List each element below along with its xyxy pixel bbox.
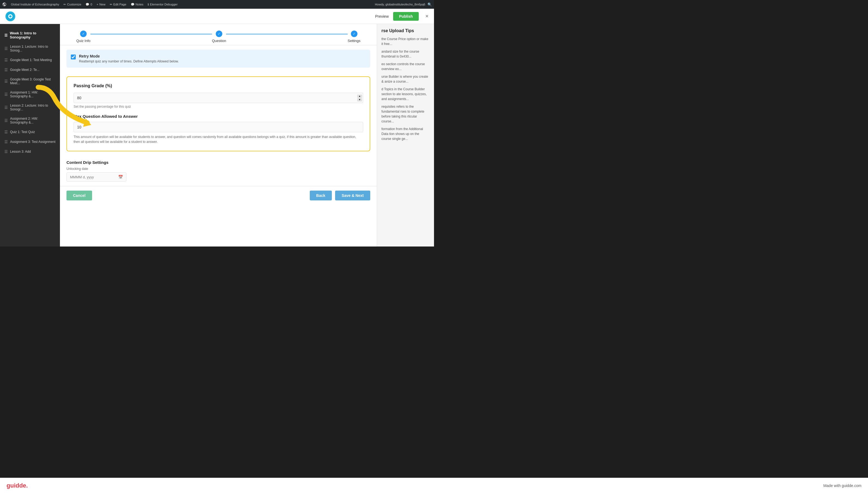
sidebar: ☰ Week 1: Intro to Sonography ☰ Lesson 1…	[0, 24, 60, 246]
sidebar-item-lesson2[interactable]: ☰ Lesson 2: Lecture: Intro to Sonogr...	[0, 101, 60, 114]
publish-button[interactable]: Publish	[393, 12, 419, 21]
content-drip-section: Content Drip Settings Unlocking date 📅	[60, 156, 377, 186]
main-layout: ☰ Week 1: Intro to Sonography ☰ Lesson 1…	[0, 24, 434, 246]
sidebar-item-google1[interactable]: ☰ Google Meet 1: Test Meeting	[0, 55, 60, 65]
max-question-input[interactable]	[73, 122, 363, 132]
hamburger-icon: ☰	[4, 33, 8, 37]
sidebar-item-lesson3[interactable]: ☰ Lesson 3: Add	[0, 147, 60, 156]
drag-icon: ☰	[4, 140, 8, 144]
admin-bar-right: Howdy, globalinstituteofecho_8m6pq6 🔍	[375, 2, 432, 6]
center-panel: ✓ Quiz Info ✓ Question ✓ Settings	[60, 24, 377, 246]
max-question-label: Max Question Allowed to Answer	[73, 114, 363, 119]
wordpress-icon-item[interactable]	[2, 2, 6, 6]
close-button[interactable]: ×	[425, 13, 429, 19]
steps-container: ✓ Quiz Info ✓ Question ✓ Settings	[60, 24, 377, 45]
sidebar-item-assign2[interactable]: ☰ Assignment 2: HW: Sonography &...	[0, 114, 60, 127]
new-item[interactable]: + New	[96, 3, 105, 6]
save-next-button[interactable]: Save & Next	[335, 191, 370, 200]
calendar-icon: 📅	[118, 175, 123, 179]
drag-icon: ☰	[4, 58, 8, 62]
retry-mode-section: Retry Mode Reattempt quiz any number of …	[60, 45, 377, 72]
drag-icon: ☰	[4, 130, 8, 134]
step-question: ✓ Question	[212, 30, 226, 43]
step-settings: ✓ Settings	[348, 30, 361, 43]
sidebar-item-google3[interactable]: ☰ Google Meet 3: Google Test Meet...	[0, 75, 60, 88]
right-tip-4: d Topics in the Course Builder section t…	[382, 87, 430, 102]
right-tip-2: eo section controls the course overview …	[382, 62, 430, 71]
notes-item[interactable]: 💬 Notes	[131, 3, 143, 6]
passing-grade-input[interactable]	[73, 93, 363, 103]
preview-button[interactable]: Preview	[375, 14, 389, 19]
sidebar-item-lesson1[interactable]: ☰ Lesson 1: Lecture: Intro to Sonog...	[0, 42, 60, 55]
sidebar-item-assign3[interactable]: ☰ Assignment 3: Test Assignment	[0, 137, 60, 147]
drag-icon: ☰	[4, 68, 8, 72]
step-circle-3: ✓	[351, 30, 358, 37]
max-question-help: This amount of question will be availabl…	[73, 134, 363, 144]
retry-mode-description: Reattempt quiz any number of times. Defi…	[79, 60, 179, 63]
cancel-button[interactable]: Cancel	[67, 191, 92, 200]
admin-bar: Global Institute of Echocardiography ✏ C…	[0, 0, 434, 9]
spinner-buttons: ▲ ▼	[357, 94, 362, 102]
drag-icon: ☰	[4, 79, 8, 83]
retry-mode-checkbox[interactable]	[71, 55, 76, 60]
right-panel-title: rse Upload Tips	[382, 28, 430, 33]
elementor-logo	[5, 12, 15, 21]
comments-item[interactable]: 💬 0	[86, 3, 92, 6]
form-footer: Cancel Back Save & Next	[60, 186, 377, 205]
step-circle-2: ✓	[216, 30, 222, 37]
sidebar-item-google2[interactable]: ☰ Google Meet 2: Te...	[0, 65, 60, 75]
back-button[interactable]: Back	[310, 191, 332, 200]
date-input[interactable]	[70, 175, 116, 179]
quiz-form: ✓ Quiz Info ✓ Question ✓ Settings	[60, 24, 377, 246]
step-connector-2	[226, 34, 348, 34]
right-panel: rse Upload Tips the Course Price option …	[377, 24, 434, 246]
drag-icon: ☰	[4, 149, 8, 154]
spinner-down[interactable]: ▼	[357, 98, 362, 102]
drag-icon: ☰	[4, 119, 8, 123]
site-name[interactable]: Global Institute of Echocardiography	[11, 3, 59, 6]
drag-icon: ☰	[4, 46, 8, 51]
right-tip-6: formation from the Additional Data tion …	[382, 127, 430, 141]
retry-mode-content: Retry Mode Reattempt quiz any number of …	[79, 54, 179, 63]
logo-icon	[5, 12, 15, 21]
wordpress-icon	[2, 2, 6, 6]
spinner-up[interactable]: ▲	[357, 94, 362, 98]
sidebar-item-assign1[interactable]: ☰ Assignment 1: HW: Sonography &...	[0, 88, 60, 101]
drag-icon: ☰	[4, 92, 8, 97]
elementor-header: Preview Publish ×	[0, 9, 434, 24]
drag-icon: ☰	[4, 105, 8, 110]
unlocking-label: Unlocking date	[67, 167, 370, 171]
sidebar-heading: ☰ Week 1: Intro to Sonography	[0, 28, 60, 42]
step-quiz-info: ✓ Quiz Info	[76, 30, 90, 43]
passing-grade-label: Passing Grade (%)	[73, 83, 363, 88]
passing-grade-help: Set the passing percentage for this quiz	[73, 105, 363, 109]
content-drip-title: Content Drip Settings	[67, 160, 370, 165]
step-connector-1	[90, 34, 212, 34]
step-circle-1: ✓	[80, 30, 87, 37]
debugger-item[interactable]: ℹ Elementor Debugger	[148, 3, 178, 6]
right-tip-3: urse Builder is where you create & anize…	[382, 74, 430, 84]
retry-mode-box: Retry Mode Reattempt quiz any number of …	[67, 50, 370, 68]
right-tip-1: andard size for the course thumbnail is …	[382, 49, 430, 59]
right-tip-0: the Course Price option or make it free.…	[382, 37, 430, 46]
sidebar-item-quiz1[interactable]: ☰ Quiz 1: Test Quiz	[0, 127, 60, 137]
highlighted-section: Passing Grade (%) ▲ ▼ Set the passing pe…	[67, 76, 370, 151]
passing-grade-input-wrapper: ▲ ▼	[73, 93, 363, 103]
edit-page-item[interactable]: ✏ Edit Page	[110, 3, 127, 6]
right-tip-5: requisites refers to the fundamental rse…	[382, 104, 430, 124]
footer-right-buttons: Back Save & Next	[310, 191, 370, 200]
search-button[interactable]: 🔍	[428, 2, 432, 6]
customize-item[interactable]: ✏ Customize	[64, 3, 81, 6]
retry-mode-title: Retry Mode	[79, 54, 179, 58]
header-right: Preview Publish ×	[375, 12, 429, 21]
date-input-wrapper[interactable]: 📅	[67, 172, 127, 181]
